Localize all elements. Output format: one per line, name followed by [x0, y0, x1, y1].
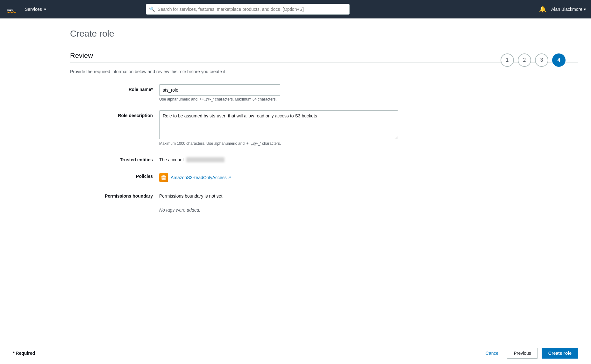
footer-buttons: Cancel Previous Create role: [482, 348, 578, 359]
role-description-value: Role to be assumed by sts-user that will…: [159, 110, 578, 146]
create-role-button[interactable]: Create role: [542, 348, 578, 359]
bell-icon[interactable]: 🔔: [539, 6, 546, 13]
stepper: 1 2 3 4: [501, 53, 566, 67]
policy-icon: [159, 173, 168, 182]
permissions-boundary-text: Permissions boundary is not set: [159, 191, 578, 199]
role-name-row: Role name* Use alphanumeric and '+=,.@-_…: [70, 84, 578, 102]
policies-value: AmazonS3ReadOnlyAccess ↗: [159, 171, 578, 182]
section-subtitle: Provide the required information below a…: [70, 69, 578, 74]
step-3: 3: [535, 53, 548, 67]
role-name-hint: Use alphanumeric and '+=,.@-_' character…: [159, 97, 578, 102]
services-label: Services: [25, 7, 42, 12]
trusted-entities-value: The account: [159, 155, 578, 162]
policies-label: Policies: [70, 171, 159, 179]
nav-right: 🔔 Alan Blackmore ▾: [539, 6, 586, 13]
svg-text:aws: aws: [7, 8, 13, 11]
search-icon: 🔍: [149, 6, 155, 12]
role-description-label: Role description: [70, 110, 159, 118]
user-name: Alan Blackmore: [551, 7, 582, 12]
external-link-icon: ↗: [228, 175, 231, 180]
review-section: Review Provide the required information …: [70, 52, 578, 213]
header-area: Create role 1 2 3 4: [70, 29, 578, 39]
main-content: Create role 1 2 3 4 Review Prov: [0, 18, 591, 364]
search-input[interactable]: [146, 4, 350, 15]
step-2: 2: [518, 53, 531, 67]
role-name-input[interactable]: [159, 84, 280, 96]
trusted-entities-prefix: The account: [159, 157, 184, 162]
no-tags-text: No tags were added.: [159, 207, 578, 213]
role-name-label: Role name*: [70, 84, 159, 92]
footer: * Required Cancel Previous Create role: [0, 342, 591, 364]
user-chevron-icon: ▾: [584, 7, 586, 12]
step-1: 1: [501, 53, 514, 67]
policies-row: Policies AmazonS3ReadOnlyAccess: [70, 171, 578, 182]
role-description-row: Role description Role to be assumed by s…: [70, 110, 578, 146]
svg-point-4: [161, 178, 166, 180]
services-chevron-icon: ▾: [44, 7, 46, 12]
permissions-boundary-row: Permissions boundary Permissions boundar…: [70, 191, 578, 199]
required-note: * Required: [13, 351, 482, 356]
role-description-hint: Maximum 1000 characters. Use alphanumeri…: [159, 141, 578, 146]
policy-name: AmazonS3ReadOnlyAccess: [171, 175, 227, 180]
user-menu-button[interactable]: Alan Blackmore ▾: [551, 7, 586, 12]
search-bar: 🔍: [146, 4, 350, 15]
navbar: aws Services ▾ 🔍 🔔 Alan Blackmore ▾: [0, 0, 591, 18]
services-button[interactable]: Services ▾: [22, 5, 49, 14]
permissions-boundary-label: Permissions boundary: [70, 191, 159, 199]
aws-logo: aws: [5, 3, 18, 16]
trusted-entities-row: Trusted entities The account: [70, 155, 578, 162]
page-title: Create role: [70, 29, 578, 39]
permissions-boundary-value: Permissions boundary is not set: [159, 191, 578, 199]
step-4-active: 4: [552, 53, 566, 67]
role-description-textarea[interactable]: Role to be assumed by sts-user that will…: [159, 110, 398, 139]
policy-link[interactable]: AmazonS3ReadOnlyAccess ↗: [171, 175, 231, 180]
account-id-blurred: [186, 157, 224, 162]
previous-button[interactable]: Previous: [507, 348, 538, 359]
cancel-button[interactable]: Cancel: [482, 348, 503, 358]
trusted-entities-label: Trusted entities: [70, 155, 159, 162]
role-name-value: Use alphanumeric and '+=,.@-_' character…: [159, 84, 578, 102]
